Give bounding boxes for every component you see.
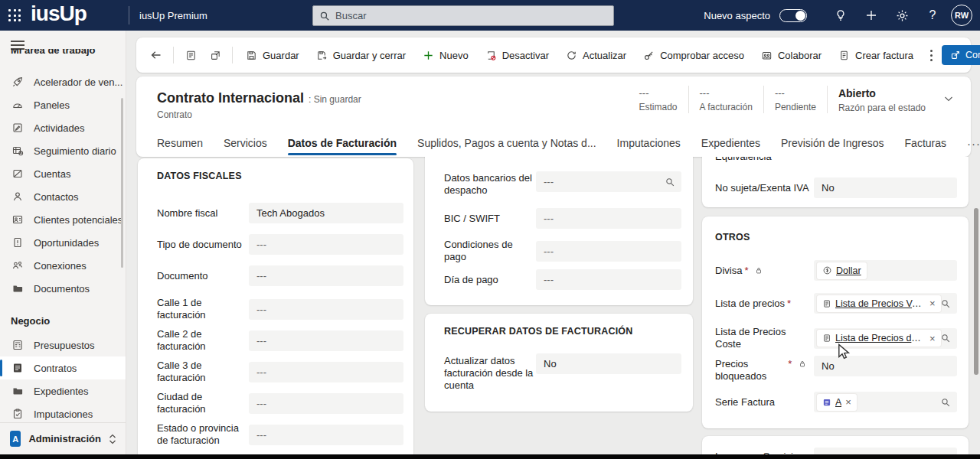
- sidebar-item-paneles[interactable]: Paneles: [0, 93, 126, 116]
- search-icon[interactable]: [940, 333, 951, 343]
- create-invoice-button[interactable]: Crear factura: [830, 43, 922, 67]
- share-button[interactable]: Compartir: [942, 45, 980, 65]
- actualizar-datos-field[interactable]: No: [536, 353, 681, 374]
- table-clock-icon: [11, 145, 24, 157]
- sidebar-item-actividades[interactable]: Actividades: [0, 116, 126, 139]
- stat-pendiente: --- Pendiente: [764, 86, 828, 113]
- sidebar-navigation: Mi área de trabajo Acelerador de ven... …: [0, 31, 126, 454]
- tab-suplidos[interactable]: Suplidos, Pagos a cuenta y Notas d...: [417, 129, 596, 157]
- gear-icon[interactable]: [887, 0, 917, 31]
- sidebar-item-expedientes[interactable]: Expedientes: [0, 379, 126, 402]
- tab-expedientes[interactable]: Expedientes: [701, 129, 760, 157]
- new-look-toggle[interactable]: [779, 9, 807, 22]
- field-label: Estado o provincia de facturación: [157, 422, 249, 447]
- form-icon[interactable]: [178, 43, 203, 67]
- save-and-close-button[interactable]: Guardar y cerrar: [308, 43, 414, 67]
- search-icon[interactable]: [940, 298, 951, 309]
- more-commands-icon[interactable]: [922, 43, 942, 67]
- stat-estado[interactable]: Abierto Razón para el estado: [828, 86, 936, 113]
- sidebar-item-contactos[interactable]: Contactos: [0, 185, 126, 208]
- tab-datos-de-facturacion[interactable]: Datos de Facturación: [288, 129, 397, 157]
- bic-swift-field[interactable]: ---: [536, 208, 681, 229]
- header-chevron-down-icon[interactable]: [943, 93, 954, 104]
- sidebar-item-documentos[interactable]: Documentos: [0, 277, 126, 300]
- tab-servicios[interactable]: Servicios: [224, 129, 267, 157]
- lista-precios-chip[interactable]: Lista de Precios Ven... ×: [817, 295, 941, 312]
- deactivate-button[interactable]: Desactivar: [477, 43, 557, 67]
- search-icon: [319, 11, 330, 21]
- precios-bloqueados-field[interactable]: No: [814, 356, 957, 376]
- tab-facturas[interactable]: Facturas: [905, 129, 946, 157]
- tab-prevision[interactable]: Previsión de Ingresos: [781, 129, 884, 157]
- sidebar-item-conexiones[interactable]: Conexiones: [0, 254, 126, 277]
- required-marker: *: [787, 298, 791, 309]
- no-sujeta-exenta-iva-field[interactable]: No: [814, 177, 957, 198]
- lightbulb-icon[interactable]: [825, 0, 856, 31]
- dismiss-icon[interactable]: ×: [929, 298, 936, 308]
- lista-precios-coste-field[interactable]: Lista de Precios de ... ×: [814, 328, 957, 349]
- chevron-updown-icon: [109, 434, 116, 444]
- tab-imputaciones[interactable]: Imputaciones: [617, 129, 681, 157]
- popout-icon[interactable]: [203, 43, 227, 67]
- app-launcher-icon[interactable]: [8, 9, 21, 22]
- dismiss-icon[interactable]: ×: [845, 397, 851, 407]
- calle2-field[interactable]: ---: [249, 330, 403, 351]
- serie-factura-link[interactable]: A: [835, 397, 841, 408]
- refresh-button[interactable]: Actualizar: [557, 43, 635, 67]
- dismiss-icon[interactable]: ×: [929, 334, 936, 343]
- global-search[interactable]: [312, 5, 614, 26]
- dia-pago-field[interactable]: ---: [536, 269, 681, 290]
- field-label: Divisa*: [715, 265, 814, 277]
- sidebar-item-presupuestos[interactable]: Presupuestos: [0, 334, 126, 356]
- divisa-field[interactable]: Dollar: [814, 260, 957, 281]
- datos-bancarios-field[interactable]: ---: [536, 171, 681, 192]
- plus-icon[interactable]: [856, 0, 887, 31]
- more-tabs-icon[interactable]: ···: [967, 137, 980, 150]
- lista-precios-field[interactable]: Lista de Precios Ven... ×: [814, 293, 957, 314]
- save-button[interactable]: Guardar: [237, 43, 308, 67]
- new-button[interactable]: Nuevo: [414, 43, 477, 67]
- search-input[interactable]: [335, 10, 607, 21]
- calle1-field[interactable]: ---: [249, 299, 403, 320]
- avatar[interactable]: RW: [951, 5, 972, 26]
- check-access-button[interactable]: Comprobar acceso: [635, 43, 753, 67]
- incorporar-servicios-field[interactable]: Sí: [814, 448, 957, 454]
- sidebar-item-contratos[interactable]: Contratos: [0, 356, 126, 379]
- sidebar-item-label: Seguimiento diario: [34, 145, 116, 157]
- sidebar-item-cuentas[interactable]: Cuentas: [0, 162, 126, 185]
- nombre-fiscal-field[interactable]: Tech Abogados: [249, 203, 403, 223]
- required-marker: *: [788, 358, 792, 369]
- lista-precios-link[interactable]: Lista de Precios Ven...: [835, 298, 926, 309]
- search-icon[interactable]: [940, 397, 951, 408]
- sidebar-item-oportunidades[interactable]: Oportunidades: [0, 231, 126, 254]
- sidebar-item-seguimiento[interactable]: Seguimiento diario: [0, 139, 126, 162]
- estado-provincia-field[interactable]: ---: [249, 425, 403, 445]
- ciudad-field[interactable]: ---: [249, 393, 403, 414]
- content-scrollbar[interactable]: [974, 208, 978, 375]
- pricelist-icon: [822, 334, 831, 343]
- tipo-documento-field[interactable]: ---: [249, 234, 403, 255]
- tab-resumen[interactable]: Resumen: [157, 129, 203, 157]
- serie-factura-field[interactable]: A ×: [814, 392, 957, 412]
- serie-factura-chip[interactable]: A ×: [817, 394, 857, 411]
- collaborate-button[interactable]: Colaborar: [753, 43, 830, 67]
- search-icon[interactable]: [665, 177, 675, 187]
- brand-logo[interactable]: iusUp: [31, 2, 87, 26]
- gauge-icon: [11, 99, 24, 111]
- required-marker: *: [744, 265, 748, 276]
- sidebar-item-acelerador[interactable]: Acelerador de ven...: [0, 70, 126, 93]
- divisa-chip[interactable]: Dollar: [817, 262, 867, 279]
- help-icon[interactable]: ?: [917, 0, 948, 31]
- area-switcher[interactable]: A Administración: [0, 422, 126, 454]
- calle3-field[interactable]: ---: [249, 362, 403, 382]
- divisa-value-link[interactable]: Dollar: [836, 265, 861, 276]
- sidebar-scrollbar[interactable]: [121, 98, 123, 268]
- sidebar-item-clientes-potenciales[interactable]: Clientes potenciales: [0, 208, 126, 231]
- sidebar-item-label: Oportunidades: [34, 237, 99, 249]
- back-icon[interactable]: [144, 43, 168, 67]
- area-badge: A: [10, 431, 21, 447]
- documento-field[interactable]: ---: [249, 265, 403, 286]
- condiciones-pago-field[interactable]: ---: [536, 241, 681, 262]
- lista-coste-link[interactable]: Lista de Precios de ...: [835, 333, 926, 343]
- lista-coste-chip[interactable]: Lista de Precios de ... ×: [817, 330, 941, 347]
